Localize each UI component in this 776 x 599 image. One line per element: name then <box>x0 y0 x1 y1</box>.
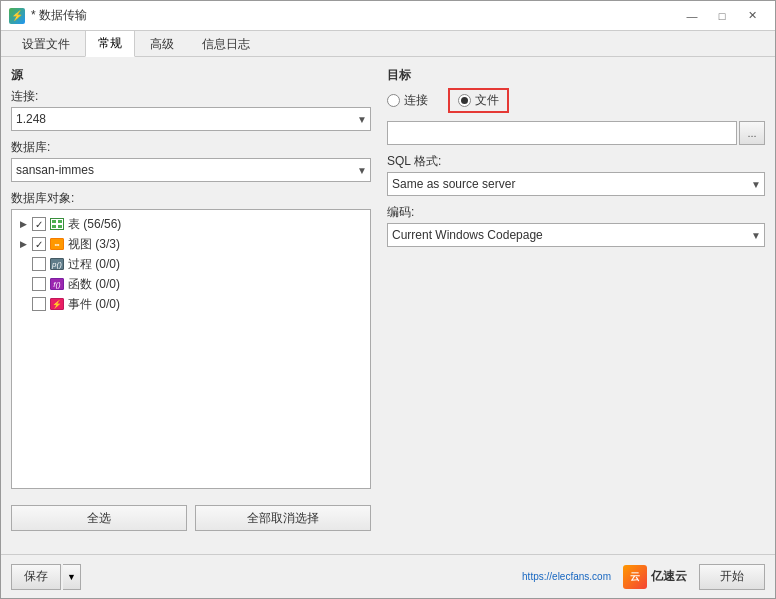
file-input-group: ... <box>387 121 765 145</box>
radio-connection[interactable]: 连接 <box>387 92 428 109</box>
sql-format-select-wrapper: Same as source server MySQL 5.0 MySQL 5.… <box>387 172 765 196</box>
logo-text: 亿速云 <box>651 568 687 585</box>
tree-item-tables[interactable]: ▶ ✓ 表 (56/56) <box>16 214 366 234</box>
titlebar: ⚡ * 数据传输 — □ ✕ <box>1 1 775 31</box>
radio-file-circle[interactable] <box>458 94 471 107</box>
connection-group: 连接: 1.248 ▼ <box>11 88 371 131</box>
footer-left: 保存 ▼ <box>11 564 81 590</box>
select-all-button[interactable]: 全选 <box>11 505 187 531</box>
footer-right: https://elecfans.com 云 亿速云 开始 <box>522 564 765 590</box>
icon-procedures: p() <box>49 257 65 271</box>
radio-connection-circle[interactable] <box>387 94 400 107</box>
save-button[interactable]: 保存 <box>11 564 61 590</box>
checkbox-procedures[interactable] <box>32 257 46 271</box>
target-type-radio-group: 连接 文件 <box>387 88 765 113</box>
brand-link[interactable]: https://elecfans.com <box>522 571 611 582</box>
tab-advanced[interactable]: 高级 <box>137 31 187 57</box>
tree-buttons: 全选 全部取消选择 <box>11 505 371 531</box>
file-path-input[interactable] <box>387 121 737 145</box>
titlebar-left: ⚡ * 数据传输 <box>9 7 87 24</box>
source-panel: 源 连接: 1.248 ▼ 数据库: sansan-immes ▼ <box>11 67 371 544</box>
checkbox-tables[interactable]: ✓ <box>32 217 46 231</box>
tree-item-functions[interactable]: f() 函数 (0/0) <box>16 274 366 294</box>
tree-item-procedures[interactable]: p() 过程 (0/0) <box>16 254 366 274</box>
tab-settings-file[interactable]: 设置文件 <box>9 31 83 57</box>
sql-format-label: SQL 格式: <box>387 153 765 170</box>
source-label: 源 <box>11 67 371 84</box>
tab-info-log[interactable]: 信息日志 <box>189 31 263 57</box>
radio-file-label: 文件 <box>475 92 499 109</box>
maximize-button[interactable]: □ <box>707 6 737 26</box>
radio-connection-label: 连接 <box>404 92 428 109</box>
toggle-views[interactable]: ▶ <box>20 239 32 249</box>
label-functions: 函数 (0/0) <box>68 276 120 293</box>
save-dropdown-button[interactable]: ▼ <box>63 564 81 590</box>
target-label: 目标 <box>387 67 765 84</box>
checkbox-views[interactable]: ✓ <box>32 237 46 251</box>
objects-label: 数据库对象: <box>11 190 371 207</box>
objects-group: 数据库对象: ▶ ✓ 表 (56/56) <box>11 190 371 489</box>
icon-events: ⚡ <box>49 297 65 311</box>
connection-select-wrapper: 1.248 ▼ <box>11 107 371 131</box>
close-button[interactable]: ✕ <box>737 6 767 26</box>
toggle-tables[interactable]: ▶ <box>20 219 32 229</box>
minimize-button[interactable]: — <box>677 6 707 26</box>
deselect-all-button[interactable]: 全部取消选择 <box>195 505 371 531</box>
label-procedures: 过程 (0/0) <box>68 256 120 273</box>
label-events: 事件 (0/0) <box>68 296 120 313</box>
database-select-wrapper: sansan-immes ▼ <box>11 158 371 182</box>
sql-format-select[interactable]: Same as source server MySQL 5.0 MySQL 5.… <box>387 172 765 196</box>
database-group: 数据库: sansan-immes ▼ <box>11 139 371 182</box>
window-title: * 数据传输 <box>31 7 87 24</box>
tree-item-events[interactable]: ⚡ 事件 (0/0) <box>16 294 366 314</box>
database-label: 数据库: <box>11 139 371 156</box>
encoding-group: 编码: Current Windows Codepage UTF-8 UTF-1… <box>387 204 765 247</box>
connection-label: 连接: <box>11 88 371 105</box>
encoding-select-wrapper: Current Windows Codepage UTF-8 UTF-16 La… <box>387 223 765 247</box>
checkbox-functions[interactable] <box>32 277 46 291</box>
icon-functions: f() <box>49 277 65 291</box>
app-icon: ⚡ <box>9 8 25 24</box>
tree-item-views[interactable]: ▶ ✓ ∞ 视图 (3/3) <box>16 234 366 254</box>
icon-tables <box>49 217 65 231</box>
logo-icon: 云 <box>623 565 647 589</box>
content-area: 源 连接: 1.248 ▼ 数据库: sansan-immes ▼ <box>1 57 775 554</box>
file-browse-button[interactable]: ... <box>739 121 765 145</box>
connection-select[interactable]: 1.248 <box>11 107 371 131</box>
logo-area: 云 亿速云 <box>623 565 687 589</box>
titlebar-controls: — □ ✕ <box>677 6 767 26</box>
checkbox-events[interactable] <box>32 297 46 311</box>
database-select[interactable]: sansan-immes <box>11 158 371 182</box>
footer: 保存 ▼ https://elecfans.com 云 亿速云 开始 <box>1 554 775 598</box>
label-tables: 表 (56/56) <box>68 216 121 233</box>
tabs-bar: 设置文件 常规 高级 信息日志 <box>1 31 775 57</box>
radio-file[interactable]: 文件 <box>448 88 509 113</box>
tab-general[interactable]: 常规 <box>85 30 135 57</box>
icon-views: ∞ <box>49 237 65 251</box>
main-window: ⚡ * 数据传输 — □ ✕ 设置文件 常规 高级 信息日志 源 连接: 1.2… <box>0 0 776 599</box>
encoding-label: 编码: <box>387 204 765 221</box>
target-panel: 目标 连接 文件 ... SQL 格式: <box>387 67 765 544</box>
objects-tree[interactable]: ▶ ✓ 表 (56/56) ▶ ✓ <box>11 209 371 489</box>
label-views: 视图 (3/3) <box>68 236 120 253</box>
encoding-select[interactable]: Current Windows Codepage UTF-8 UTF-16 La… <box>387 223 765 247</box>
start-button[interactable]: 开始 <box>699 564 765 590</box>
sql-format-group: SQL 格式: Same as source server MySQL 5.0 … <box>387 153 765 196</box>
